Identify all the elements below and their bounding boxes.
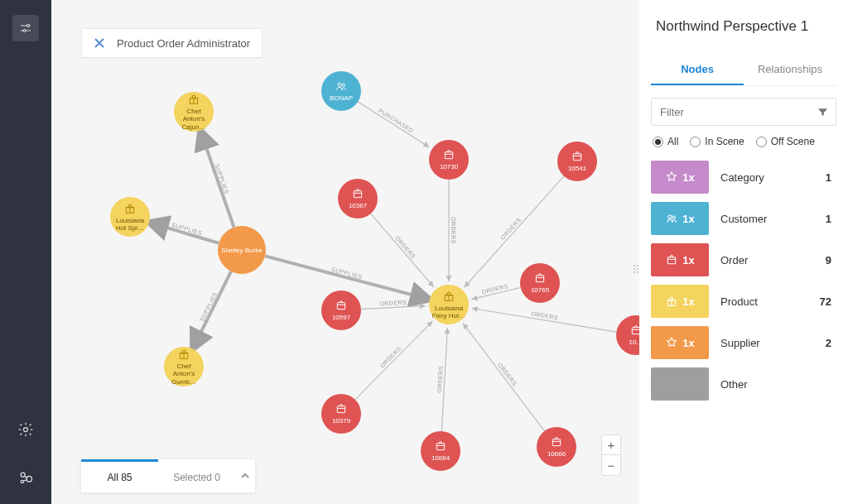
right-panel: Northwind Perspective 1 Nodes Relationsh… xyxy=(639,0,848,504)
neo4j-logo-icon xyxy=(17,469,34,486)
graph-node-product[interactable]: Chef Anton's Cajun… xyxy=(174,92,214,132)
box-icon xyxy=(533,271,547,285)
edge[interactable] xyxy=(371,214,434,287)
edge-label: PURCHASED xyxy=(378,108,415,134)
graph-node-order[interactable]: 10765 xyxy=(520,263,560,303)
radio-in-scene[interactable]: In Scene xyxy=(690,136,744,147)
edge-label: ORDERS xyxy=(394,235,417,260)
graph-node-order[interactable]: 10379 xyxy=(321,394,361,434)
neo4j-logo-button[interactable] xyxy=(12,464,39,491)
category-label: Other xyxy=(720,378,748,391)
graph-node-order[interactable]: 10884 xyxy=(421,431,460,471)
graph-node-order[interactable]: 10367 xyxy=(338,179,378,218)
edge[interactable] xyxy=(194,271,231,346)
perspective-switcher-button[interactable] xyxy=(12,15,39,41)
graph-node-label: 10765 xyxy=(531,286,549,294)
svg-point-21 xyxy=(668,215,672,218)
star-icon xyxy=(665,336,678,349)
edge[interactable] xyxy=(201,133,234,227)
svg-point-0 xyxy=(27,25,30,27)
zoom-out-button[interactable]: − xyxy=(602,455,620,475)
svg-rect-17 xyxy=(337,406,344,413)
graph-node-order[interactable]: 10730 xyxy=(429,140,469,180)
category-count: 1 xyxy=(826,171,831,184)
category-row-supplier[interactable]: 1xSupplier2 xyxy=(651,326,836,359)
breadcrumb: Product Order Administrator xyxy=(81,28,263,58)
gift-icon xyxy=(177,348,190,361)
zoom-control: + − xyxy=(601,434,621,476)
edge-label: ORDERS xyxy=(499,217,522,241)
tab-nodes[interactable]: Nodes xyxy=(651,55,744,85)
left-rail xyxy=(0,0,51,504)
edge-label: ORDERS xyxy=(531,310,559,320)
graph-node-label: 10730 xyxy=(440,163,458,170)
settings-button[interactable] xyxy=(12,416,39,443)
category-row-customer[interactable]: 1xCustomer1 xyxy=(651,202,836,235)
box-icon xyxy=(550,435,563,449)
filter-icon[interactable] xyxy=(817,106,829,118)
category-swatch[interactable]: 1x xyxy=(651,243,709,276)
panel-resize-handle[interactable] xyxy=(633,265,639,273)
zoom-in-button[interactable]: + xyxy=(602,435,620,455)
tab-relationships[interactable]: Relationships xyxy=(744,55,836,85)
summary-tab-all[interactable]: All 85 xyxy=(81,459,158,492)
graph-node-product[interactable]: Chef Anton's Gumb… xyxy=(164,347,204,386)
graph-node-order[interactable]: 10597 xyxy=(321,290,361,330)
gift-icon xyxy=(123,202,137,215)
category-list: 1xCategory11xCustomer11xOrder91xProduct7… xyxy=(651,161,836,401)
category-label: Order xyxy=(720,254,748,266)
edge-label: ORDERS xyxy=(436,366,444,393)
graph-node-label: Louisiana Hot Spi… xyxy=(112,217,147,232)
edge[interactable] xyxy=(463,323,545,431)
category-count: 72 xyxy=(820,295,831,308)
panel-tabs: Nodes Relationships xyxy=(651,55,836,86)
people-icon xyxy=(335,79,348,93)
category-row-product[interactable]: 1xProduct72 xyxy=(651,285,836,318)
graph-node-order[interactable]: 10666 xyxy=(537,427,576,467)
category-swatch[interactable]: 1x xyxy=(651,285,709,318)
category-multiplier: 1x xyxy=(682,254,694,266)
svg-point-6 xyxy=(338,83,341,86)
summary-expand-button[interactable] xyxy=(235,459,255,492)
graph-node-label: Shelley Burke xyxy=(221,247,262,254)
radio-all[interactable]: All xyxy=(653,136,678,147)
edge-label: ORDERS xyxy=(450,217,456,244)
svg-point-4 xyxy=(26,476,32,482)
svg-rect-15 xyxy=(536,276,543,282)
edge[interactable] xyxy=(358,102,429,147)
edge[interactable] xyxy=(361,306,426,310)
gear-icon xyxy=(17,421,34,438)
graph-canvas[interactable]: SUPPLIESSUPPLIESSUPPLIESSUPPLIESPURCHASE… xyxy=(51,0,639,504)
graph-node-order[interactable]: 10541 xyxy=(557,142,597,181)
category-swatch[interactable]: 1x xyxy=(651,202,709,235)
category-multiplier: 1x xyxy=(682,213,694,225)
selection-summary-card: All 85 Selected 0 xyxy=(81,459,255,492)
graph-node-label: 10541 xyxy=(568,165,586,172)
box-icon xyxy=(442,148,455,161)
graph-node-product[interactable]: Louisiana Fiery Hot… xyxy=(429,285,469,324)
sliders-icon xyxy=(18,21,33,36)
edge[interactable] xyxy=(355,321,433,400)
graph-node-customer[interactable]: BONAP xyxy=(321,71,361,111)
scope-radio-group: All In Scene Off Scene xyxy=(651,136,836,147)
gift-icon xyxy=(187,93,200,106)
gift-icon xyxy=(665,295,678,308)
category-swatch[interactable]: 1x xyxy=(651,326,709,359)
category-swatch[interactable]: 1x xyxy=(651,161,709,194)
category-row-order[interactable]: 1xOrder9 xyxy=(651,243,836,276)
filter-field[interactable] xyxy=(651,98,836,126)
close-icon[interactable] xyxy=(94,37,105,49)
radio-off-scene[interactable]: Off Scene xyxy=(756,136,815,147)
graph-node-product[interactable]: Louisiana Hot Spi… xyxy=(110,197,150,237)
box-icon xyxy=(434,439,447,453)
category-row-category[interactable]: 1xCategory1 xyxy=(651,161,836,194)
category-row-other[interactable]: Other xyxy=(651,367,836,401)
graph-node-label: Chef Anton's Gumb… xyxy=(166,362,201,386)
filter-input[interactable] xyxy=(660,106,817,118)
box-icon xyxy=(335,299,348,312)
summary-tab-selected[interactable]: Selected 0 xyxy=(158,459,235,492)
graph-node-supplier[interactable]: Shelley Burke xyxy=(218,226,266,274)
box-icon xyxy=(665,253,678,266)
category-swatch[interactable] xyxy=(651,367,709,401)
perspective-title: Northwind Perspective 1 xyxy=(656,18,831,35)
